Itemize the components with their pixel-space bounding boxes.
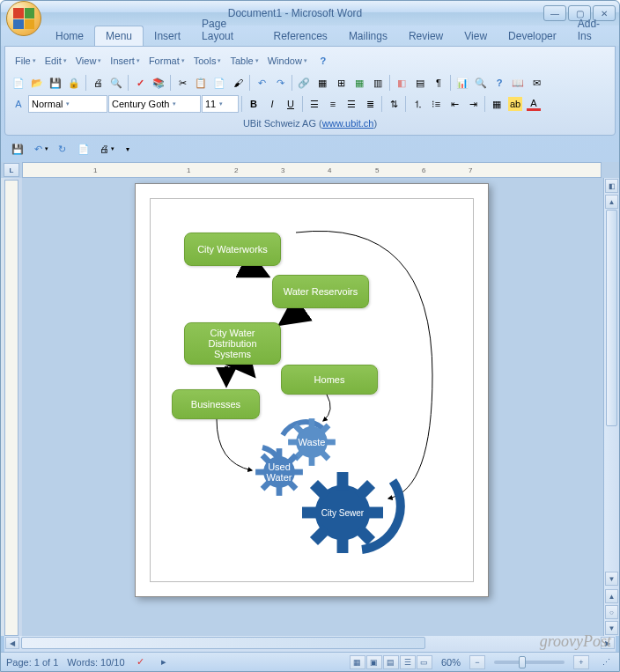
insert-chart-button[interactable]: 📊 bbox=[454, 74, 471, 92]
align-left-button[interactable]: ☰ bbox=[306, 95, 323, 113]
hyperlink-button[interactable]: 🔗 bbox=[295, 74, 313, 92]
scroll-track[interactable] bbox=[604, 210, 619, 571]
tab-menu[interactable]: Menu bbox=[94, 26, 144, 46]
menu-window[interactable]: Window▾ bbox=[264, 53, 311, 69]
diagram-gear-citysewer[interactable]: City Sewer bbox=[302, 472, 383, 553]
menu-format[interactable]: Format▾ bbox=[145, 53, 188, 69]
qat-undo-button[interactable]: ↶▾ bbox=[30, 139, 49, 159]
minimize-button[interactable]: ― bbox=[543, 5, 566, 21]
diagram-box-homes[interactable]: Homes bbox=[281, 365, 378, 395]
menu-view[interactable]: View▾ bbox=[72, 53, 106, 69]
qat-save-button[interactable]: 💾 bbox=[8, 139, 27, 159]
proofing-status[interactable]: ✓ bbox=[134, 655, 148, 669]
macro-status[interactable]: ▸ bbox=[157, 655, 171, 669]
increase-indent-button[interactable]: ⇥ bbox=[464, 95, 482, 113]
drawing-button[interactable]: ◧ bbox=[393, 74, 410, 92]
browse-prev-button[interactable]: ▲ bbox=[605, 589, 618, 603]
scroll-left-button[interactable]: ◀ bbox=[5, 637, 19, 649]
highlight-button[interactable]: ab bbox=[506, 95, 524, 113]
tables-borders-button[interactable]: ▦ bbox=[314, 74, 331, 92]
diagram-box-businesses[interactable]: Businesses bbox=[172, 389, 260, 419]
bullets-button[interactable]: ⁝≡ bbox=[427, 95, 445, 113]
italic-button[interactable]: I bbox=[263, 95, 281, 113]
page[interactable]: City Waterworks Water Reservoirs City Wa… bbox=[135, 183, 489, 597]
horizontal-ruler[interactable]: 1 1 2 3 4 5 6 7 bbox=[22, 162, 602, 178]
ruler-toggle-button[interactable]: ◧ bbox=[605, 179, 618, 193]
page-status[interactable]: Page: 1 of 1 bbox=[6, 657, 58, 668]
tab-review[interactable]: Review bbox=[398, 26, 454, 46]
menu-tools[interactable]: Tools▾ bbox=[190, 53, 225, 69]
save-button[interactable]: 💾 bbox=[47, 74, 64, 92]
web-view-button[interactable]: ▤ bbox=[383, 655, 399, 669]
redo-button[interactable]: ↷ bbox=[271, 74, 289, 92]
diagram-box-reservoirs[interactable]: Water Reservoirs bbox=[272, 275, 369, 308]
underline-button[interactable]: U bbox=[282, 95, 299, 113]
scroll-h-track[interactable] bbox=[21, 637, 599, 649]
styles-button[interactable]: A bbox=[10, 95, 27, 113]
word-count-status[interactable]: Words: 10/10 bbox=[67, 657, 124, 668]
print-button[interactable]: 🖨 bbox=[89, 74, 107, 92]
diagram-box-distribution[interactable]: City Water Distribution Systems bbox=[184, 322, 281, 365]
tab-insert[interactable]: Insert bbox=[144, 26, 191, 46]
tab-addins[interactable]: Add-Ins bbox=[567, 14, 619, 46]
line-spacing-button[interactable]: ⇅ bbox=[385, 95, 402, 113]
tab-references[interactable]: References bbox=[263, 26, 338, 46]
columns-button[interactable]: ▥ bbox=[369, 74, 387, 92]
new-doc-button[interactable]: 📄 bbox=[10, 74, 27, 92]
zoom-slider[interactable] bbox=[494, 661, 565, 664]
qat-new-button[interactable]: 📄 bbox=[74, 139, 93, 159]
tab-page-layout[interactable]: Page Layout bbox=[191, 14, 262, 46]
scroll-down-button[interactable]: ▼ bbox=[605, 572, 618, 586]
qat-redo-button[interactable]: ↻ bbox=[52, 139, 71, 159]
print-preview-button[interactable]: 🔍 bbox=[107, 74, 125, 92]
diagram-canvas[interactable]: City Waterworks Water Reservoirs City Wa… bbox=[150, 198, 474, 582]
zoom-out-button[interactable]: − bbox=[469, 655, 485, 669]
tab-home[interactable]: Home bbox=[45, 26, 94, 46]
cut-button[interactable]: ✂ bbox=[173, 74, 191, 92]
ruler-corner-button[interactable]: L bbox=[4, 163, 19, 177]
font-color-button[interactable]: A bbox=[525, 95, 542, 113]
envelope-button[interactable]: ✉ bbox=[528, 74, 545, 92]
company-link[interactable]: www.ubit.ch bbox=[322, 118, 374, 129]
style-combo[interactable]: Normal▾ bbox=[28, 95, 107, 113]
decrease-indent-button[interactable]: ⇤ bbox=[446, 95, 463, 113]
vertical-ruler[interactable] bbox=[1, 178, 22, 636]
docmap-button[interactable]: ▤ bbox=[411, 74, 429, 92]
research-button[interactable]: 📚 bbox=[150, 74, 167, 92]
font-combo[interactable]: Century Goth▾ bbox=[108, 95, 201, 113]
insert-excel-button[interactable]: ▦ bbox=[351, 74, 368, 92]
borders-button[interactable]: ▦ bbox=[488, 95, 506, 113]
print-layout-view-button[interactable]: ▦ bbox=[350, 655, 365, 669]
align-right-button[interactable]: ☰ bbox=[343, 95, 360, 113]
zoom-combo-button[interactable]: 🔍 bbox=[472, 74, 490, 92]
zoom-in-button[interactable]: + bbox=[573, 655, 589, 669]
spellcheck-button[interactable]: ✓ bbox=[131, 74, 149, 92]
zoom-slider-thumb[interactable] bbox=[519, 656, 526, 668]
outline-view-button[interactable]: ☰ bbox=[400, 655, 416, 669]
zoom-percent[interactable]: 60% bbox=[441, 657, 461, 668]
align-center-button[interactable]: ≡ bbox=[324, 95, 342, 113]
scroll-up-button[interactable]: ▲ bbox=[605, 195, 618, 209]
help2-button[interactable]: ? bbox=[491, 74, 508, 92]
bold-button[interactable]: B bbox=[245, 95, 262, 113]
tab-view[interactable]: View bbox=[454, 26, 498, 46]
draft-view-button[interactable]: ▭ bbox=[417, 655, 432, 669]
tab-developer[interactable]: Developer bbox=[498, 26, 567, 46]
menu-edit[interactable]: Edit▾ bbox=[41, 53, 70, 69]
menu-table[interactable]: Table▾ bbox=[226, 53, 262, 69]
permission-button[interactable]: 🔒 bbox=[65, 74, 83, 92]
numbering-button[interactable]: ⒈ bbox=[409, 95, 426, 113]
tab-mailings[interactable]: Mailings bbox=[338, 26, 398, 46]
resize-grip[interactable]: ⋰ bbox=[598, 655, 614, 669]
diagram-gear-usedwater[interactable]: Used Water bbox=[255, 447, 304, 497]
menu-file[interactable]: File▾ bbox=[11, 53, 40, 69]
open-button[interactable]: 📂 bbox=[28, 74, 46, 92]
copy-button[interactable]: 📋 bbox=[192, 74, 210, 92]
format-painter-button[interactable]: 🖌 bbox=[229, 74, 247, 92]
insert-table-button[interactable]: ⊞ bbox=[332, 74, 350, 92]
browse-object-button[interactable]: ○ bbox=[605, 605, 618, 619]
fullscreen-view-button[interactable]: ▣ bbox=[366, 655, 382, 669]
menu-insert[interactable]: Insert▾ bbox=[107, 53, 144, 69]
show-para-button[interactable]: ¶ bbox=[430, 74, 447, 92]
diagram-box-waterworks[interactable]: City Waterworks bbox=[184, 233, 281, 266]
